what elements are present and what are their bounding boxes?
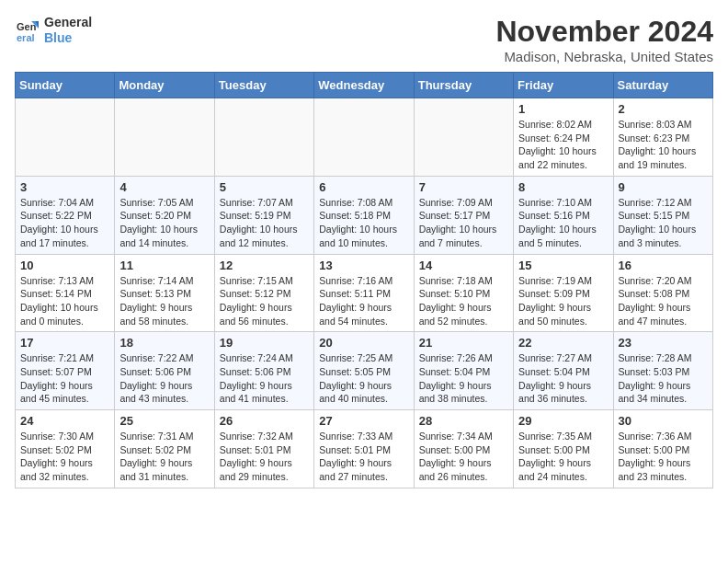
calendar-cell: 1Sunrise: 8:02 AM Sunset: 6:24 PM Daylig… [514,98,613,177]
calendar-cell: 10Sunrise: 7:13 AM Sunset: 5:14 PM Dayli… [16,254,115,332]
title-area: November 2024 Madison, Nebraska, United … [495,15,713,64]
calendar-cell: 3Sunrise: 7:04 AM Sunset: 5:22 PM Daylig… [16,176,115,254]
calendar-cell: 5Sunrise: 7:07 AM Sunset: 5:19 PM Daylig… [214,176,313,254]
day-info: Sunrise: 7:30 AM Sunset: 5:02 PM Dayligh… [20,430,109,484]
day-info: Sunrise: 7:36 AM Sunset: 5:00 PM Dayligh… [619,430,708,484]
day-info: Sunrise: 7:16 AM Sunset: 5:11 PM Dayligh… [319,274,408,328]
calendar-cell: 27Sunrise: 7:33 AM Sunset: 5:01 PM Dayli… [314,410,414,488]
day-info: Sunrise: 7:22 AM Sunset: 5:06 PM Dayligh… [119,351,209,406]
day-info: Sunrise: 7:26 AM Sunset: 5:04 PM Dayligh… [419,351,508,406]
weekday-header-sunday: Sunday [16,73,115,98]
day-number: 17 [20,336,109,350]
day-info: Sunrise: 7:31 AM Sunset: 5:02 PM Dayligh… [119,430,209,484]
day-number: 7 [419,180,508,194]
weekday-header-friday: Friday [514,73,613,98]
day-number: 15 [518,259,608,272]
calendar-cell [314,98,414,177]
calendar-cell [16,98,115,177]
calendar-cell: 24Sunrise: 7:30 AM Sunset: 5:02 PM Dayli… [16,410,115,488]
calendar-cell: 23Sunrise: 7:28 AM Sunset: 5:03 PM Dayli… [613,332,712,410]
day-info: Sunrise: 7:05 AM Sunset: 5:20 PM Dayligh… [119,196,209,250]
day-number: 8 [518,180,608,194]
calendar-cell: 21Sunrise: 7:26 AM Sunset: 5:04 PM Dayli… [414,332,513,410]
day-number: 18 [119,336,209,350]
calendar-cell: 16Sunrise: 7:20 AM Sunset: 5:08 PM Dayli… [613,254,712,332]
calendar-week-row: 17Sunrise: 7:21 AM Sunset: 5:07 PM Dayli… [16,332,713,410]
day-info: Sunrise: 7:34 AM Sunset: 5:00 PM Dayligh… [419,430,508,484]
day-info: Sunrise: 7:21 AM Sunset: 5:07 PM Dayligh… [20,351,109,406]
calendar-cell [414,98,513,177]
day-number: 30 [619,414,708,428]
day-number: 10 [20,259,109,272]
calendar-cell [214,98,313,177]
calendar-week-row: 24Sunrise: 7:30 AM Sunset: 5:02 PM Dayli… [16,410,713,488]
calendar-cell: 2Sunrise: 8:03 AM Sunset: 6:23 PM Daylig… [613,98,712,177]
calendar-cell: 15Sunrise: 7:19 AM Sunset: 5:09 PM Dayli… [514,254,613,332]
day-info: Sunrise: 7:32 AM Sunset: 5:01 PM Dayligh… [220,430,309,484]
calendar-cell: 11Sunrise: 7:14 AM Sunset: 5:13 PM Dayli… [115,254,214,332]
day-info: Sunrise: 7:09 AM Sunset: 5:17 PM Dayligh… [419,196,508,250]
day-number: 24 [20,414,109,428]
calendar-cell: 25Sunrise: 7:31 AM Sunset: 5:02 PM Dayli… [115,410,214,488]
day-info: Sunrise: 7:25 AM Sunset: 5:05 PM Dayligh… [319,351,408,406]
day-info: Sunrise: 7:19 AM Sunset: 5:09 PM Dayligh… [518,274,608,328]
logo: Gen eral General Blue [15,15,92,46]
weekday-header-thursday: Thursday [414,73,513,98]
day-number: 22 [518,336,608,350]
day-number: 2 [619,102,708,116]
day-number: 19 [220,336,309,350]
calendar-cell: 8Sunrise: 7:10 AM Sunset: 5:16 PM Daylig… [514,176,613,254]
calendar-cell: 22Sunrise: 7:27 AM Sunset: 5:04 PM Dayli… [514,332,613,410]
day-info: Sunrise: 7:35 AM Sunset: 5:00 PM Dayligh… [518,430,608,484]
day-info: Sunrise: 7:12 AM Sunset: 5:15 PM Dayligh… [619,196,708,250]
calendar-cell: 13Sunrise: 7:16 AM Sunset: 5:11 PM Dayli… [314,254,414,332]
day-number: 3 [20,180,109,194]
calendar-cell: 28Sunrise: 7:34 AM Sunset: 5:00 PM Dayli… [414,410,513,488]
day-info: Sunrise: 7:27 AM Sunset: 5:04 PM Dayligh… [518,351,608,406]
day-number: 29 [518,414,608,428]
day-info: Sunrise: 8:03 AM Sunset: 6:23 PM Dayligh… [619,118,708,172]
logo-text: General Blue [44,15,92,46]
calendar-cell: 14Sunrise: 7:18 AM Sunset: 5:10 PM Dayli… [414,254,513,332]
day-number: 28 [419,414,508,428]
day-number: 6 [319,180,408,194]
calendar-cell: 12Sunrise: 7:15 AM Sunset: 5:12 PM Dayli… [214,254,313,332]
day-number: 16 [619,259,708,272]
day-info: Sunrise: 7:24 AM Sunset: 5:06 PM Dayligh… [220,351,309,406]
day-info: Sunrise: 7:07 AM Sunset: 5:19 PM Dayligh… [220,196,309,250]
calendar-cell: 4Sunrise: 7:05 AM Sunset: 5:20 PM Daylig… [115,176,214,254]
day-number: 23 [619,336,708,350]
day-info: Sunrise: 7:13 AM Sunset: 5:14 PM Dayligh… [20,274,109,328]
day-info: Sunrise: 7:14 AM Sunset: 5:13 PM Dayligh… [119,274,209,328]
day-number: 20 [319,336,408,350]
weekday-header-wednesday: Wednesday [314,73,414,98]
day-number: 13 [319,259,408,272]
calendar-cell: 7Sunrise: 7:09 AM Sunset: 5:17 PM Daylig… [414,176,513,254]
calendar-cell: 30Sunrise: 7:36 AM Sunset: 5:00 PM Dayli… [613,410,712,488]
calendar-cell: 20Sunrise: 7:25 AM Sunset: 5:05 PM Dayli… [314,332,414,410]
day-number: 27 [319,414,408,428]
day-info: Sunrise: 7:08 AM Sunset: 5:18 PM Dayligh… [319,196,408,250]
page-header: Gen eral General Blue November 2024 Madi… [15,15,713,64]
calendar-week-row: 3Sunrise: 7:04 AM Sunset: 5:22 PM Daylig… [16,176,713,254]
calendar-cell: 19Sunrise: 7:24 AM Sunset: 5:06 PM Dayli… [214,332,313,410]
day-number: 4 [119,180,209,194]
calendar-week-row: 1Sunrise: 8:02 AM Sunset: 6:24 PM Daylig… [16,98,713,177]
calendar-cell: 9Sunrise: 7:12 AM Sunset: 5:15 PM Daylig… [613,176,712,254]
day-info: Sunrise: 8:02 AM Sunset: 6:24 PM Dayligh… [518,118,608,172]
day-info: Sunrise: 7:04 AM Sunset: 5:22 PM Dayligh… [20,196,109,250]
day-number: 25 [119,414,209,428]
day-info: Sunrise: 7:33 AM Sunset: 5:01 PM Dayligh… [319,430,408,484]
calendar-cell: 17Sunrise: 7:21 AM Sunset: 5:07 PM Dayli… [16,332,115,410]
weekday-header-saturday: Saturday [613,73,712,98]
calendar-cell: 26Sunrise: 7:32 AM Sunset: 5:01 PM Dayli… [214,410,313,488]
day-number: 9 [619,180,708,194]
calendar-cell: 6Sunrise: 7:08 AM Sunset: 5:18 PM Daylig… [314,176,414,254]
calendar-week-row: 10Sunrise: 7:13 AM Sunset: 5:14 PM Dayli… [16,254,713,332]
calendar-cell: 18Sunrise: 7:22 AM Sunset: 5:06 PM Dayli… [115,332,214,410]
day-number: 11 [119,259,209,272]
day-info: Sunrise: 7:18 AM Sunset: 5:10 PM Dayligh… [419,274,508,328]
weekday-header-row: SundayMondayTuesdayWednesdayThursdayFrid… [16,73,713,98]
calendar-table: SundayMondayTuesdayWednesdayThursdayFrid… [15,72,713,488]
day-info: Sunrise: 7:10 AM Sunset: 5:16 PM Dayligh… [518,196,608,250]
